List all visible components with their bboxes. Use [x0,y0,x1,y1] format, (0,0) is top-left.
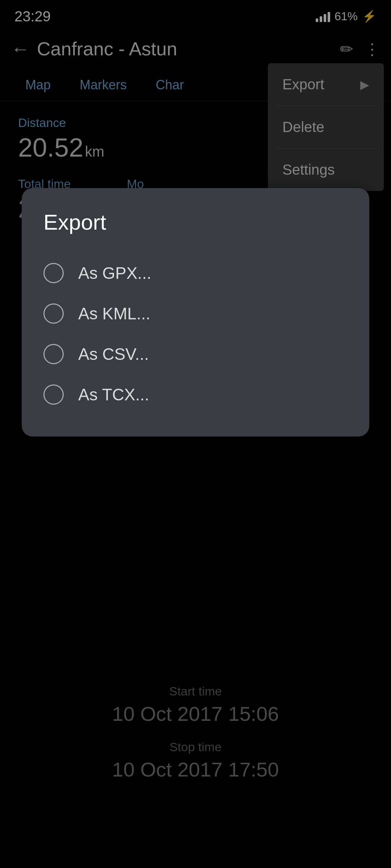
export-modal: Export As GPX... As KML... As CSV... As … [22,188,369,437]
modal-title: Export [43,210,348,235]
export-kml-label: As KML... [78,304,150,323]
radio-csv[interactable] [43,344,64,364]
export-option-tcx[interactable]: As TCX... [43,374,348,415]
export-gpx-label: As GPX... [78,263,151,283]
radio-tcx[interactable] [43,384,64,405]
export-option-kml[interactable]: As KML... [43,293,348,334]
export-option-gpx[interactable]: As GPX... [43,253,348,293]
export-option-csv[interactable]: As CSV... [43,334,348,374]
export-tcx-label: As TCX... [78,385,149,404]
radio-gpx[interactable] [43,263,64,283]
export-csv-label: As CSV... [78,344,149,364]
radio-kml[interactable] [43,303,64,324]
